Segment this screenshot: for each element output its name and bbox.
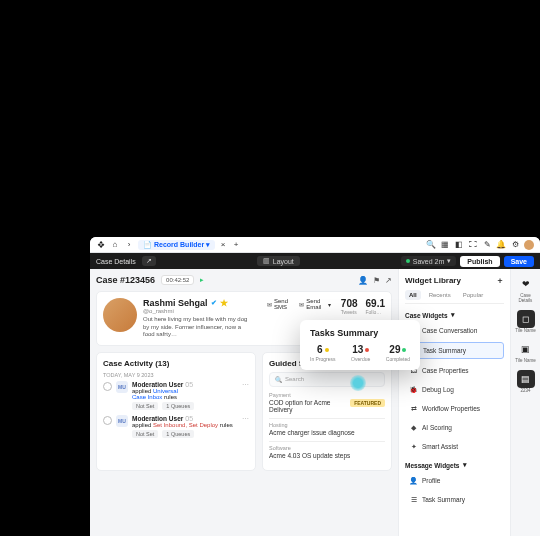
send-email-link[interactable]: ✉ Send Email ▾ <box>299 298 331 310</box>
grid-icon[interactable]: ▦ <box>440 240 450 250</box>
widget-item[interactable]: ✦Smart Assist <box>405 439 504 454</box>
canvas: Case #123456 00:42:52 ▸ 👤 ⚑ ↗ Rashmi Seh… <box>90 269 398 536</box>
widget-item[interactable]: ⇄Workflow Properties <box>405 401 504 416</box>
wand-icon[interactable]: ✎ <box>482 240 492 250</box>
tab-all[interactable]: All <box>405 290 421 300</box>
page-name: Case Details <box>96 258 136 265</box>
profile-handle: @o_rashmi <box>143 308 253 314</box>
close-tab-icon[interactable]: × <box>218 240 228 250</box>
activity-avatar: MU <box>116 381 128 393</box>
ai-icon: ◆ <box>409 423 418 432</box>
tweets-count: 708 <box>341 298 358 309</box>
builder-bar: Case Details ↗ ▥ Layout Saved 2m▾ Publis… <box>90 253 540 269</box>
script-item[interactable]: Payment FEATURED COD option for Acme Del… <box>269 392 385 413</box>
add-tab-icon[interactable]: + <box>231 240 241 250</box>
rail-item[interactable]: ▣Tile Name <box>515 340 537 364</box>
flow-icon: ⇄ <box>409 404 418 413</box>
more-icon[interactable]: ⋯ <box>242 415 249 423</box>
search-input[interactable]: 🔍Search <box>269 372 385 387</box>
settings-icon[interactable]: ⚙ <box>510 240 520 250</box>
chevron-down-icon: ▾ <box>206 241 210 249</box>
check-icon[interactable] <box>103 416 112 425</box>
rail-item[interactable]: ❤Case Details <box>515 275 537 304</box>
bookmark-icon[interactable]: ◧ <box>454 240 464 250</box>
flag-icon[interactable]: ⚑ <box>373 276 380 285</box>
app-logo-icon[interactable]: ❖ <box>96 240 106 250</box>
tab-record-builder[interactable]: 📄Record Builder▾ <box>138 240 215 250</box>
user-add-icon[interactable]: 👤 <box>358 276 368 285</box>
chevron-right-icon: › <box>124 240 134 250</box>
home-icon[interactable]: ⌂ <box>110 240 120 250</box>
widget-item[interactable]: 🐞Debug Log <box>405 382 504 397</box>
activity-item: MU Moderation User 05 applied Universal … <box>103 381 249 410</box>
widget-item[interactable]: ☰Task Summary <box>405 492 504 507</box>
group-case-widgets[interactable]: Case Widgets▾ <box>405 311 504 319</box>
profile-name: Rashmi Sehgal <box>143 298 208 308</box>
publish-button[interactable]: Publish <box>460 256 499 267</box>
layout-icon: ▥ <box>263 257 270 265</box>
breadcrumb: 📄Record Builder▾ × + <box>138 240 241 250</box>
case-title: Case #123456 <box>96 275 155 285</box>
right-rail: ❤Case Details ◻Tile Name ▣Tile Name ▤223… <box>510 269 540 536</box>
script-item[interactable]: Software Acme 4.03 OS update steps <box>269 445 385 459</box>
chevron-down-icon: ▾ <box>451 311 455 319</box>
tasks-summary-popover: Tasks Summary 6In Progress 13Overdue 29C… <box>300 320 420 370</box>
play-icon[interactable]: ▸ <box>200 276 204 284</box>
case-timer: 00:42:52 <box>161 275 194 285</box>
list-icon: ☰ <box>409 495 418 504</box>
featured-badge: FEATURED <box>350 399 385 407</box>
expand-icon[interactable]: ⛶ <box>468 240 478 250</box>
chevron-down-icon: ▾ <box>463 461 467 469</box>
search-icon: 🔍 <box>275 376 282 383</box>
avatar-icon[interactable] <box>524 240 534 250</box>
tab-popular[interactable]: Popular <box>459 290 488 300</box>
send-sms-link[interactable]: ✉ Send SMS <box>267 298 293 310</box>
case-activity-card: Case Activity (13) TODAY, MAY 9 2023 MU … <box>96 352 256 471</box>
layout-toggle[interactable]: ▥ Layout <box>257 256 300 266</box>
activity-avatar: MU <box>116 415 128 427</box>
widget-library: Widget Library＋ All Recents Popular Case… <box>398 269 510 536</box>
tasks-title: Tasks Summary <box>310 328 410 338</box>
bug-icon: 🐞 <box>409 385 418 394</box>
save-button[interactable]: Save <box>504 256 534 267</box>
share-icon[interactable]: ↗ <box>142 256 156 266</box>
rail-item[interactable]: ◻Tile Name <box>515 310 537 334</box>
script-item[interactable]: Hosting Acme charger issue diagnose <box>269 422 385 436</box>
activity-item: MU Moderation User 05 applied Set Inboun… <box>103 415 249 438</box>
profile-bio: Out here living my best life with my dog… <box>143 316 253 339</box>
tab-recents[interactable]: Recents <box>425 290 455 300</box>
plus-icon[interactable]: ＋ <box>496 275 504 286</box>
topbar: ❖ ⌂ › 📄Record Builder▾ × + 🔍 ▦ ◧ ⛶ ✎ 🔔 ⚙ <box>90 237 540 253</box>
rail-item[interactable]: ▤2234 <box>515 370 537 394</box>
saved-status: Saved 2m▾ <box>401 256 457 266</box>
followers-count: 69.1 <box>366 298 385 309</box>
group-message-widgets[interactable]: Message Widgets▾ <box>405 461 504 469</box>
bell-icon[interactable]: 🔔 <box>496 240 506 250</box>
verified-icon: ✔ <box>211 299 217 307</box>
avatar <box>103 298 137 332</box>
share2-icon[interactable]: ↗ <box>385 276 392 285</box>
check-icon[interactable] <box>103 382 112 391</box>
search-icon[interactable]: 🔍 <box>426 240 436 250</box>
profile-icon: 👤 <box>409 476 418 485</box>
widget-item[interactable]: 👤Profile <box>405 473 504 488</box>
star-icon: ★ <box>220 298 228 308</box>
more-icon[interactable]: ⋯ <box>242 381 249 389</box>
sparkle-icon: ✦ <box>409 442 418 451</box>
widget-item[interactable]: ◆AI Scoring <box>405 420 504 435</box>
